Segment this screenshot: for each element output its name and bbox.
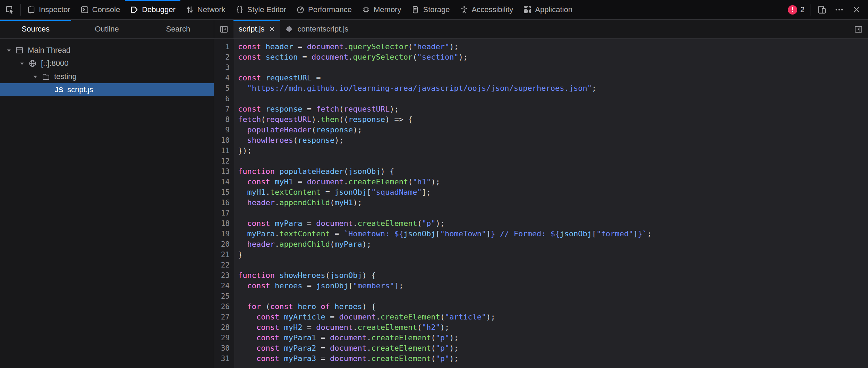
code-line[interactable]: function populateHeader(jsonObj) {	[235, 166, 868, 177]
panel-tab-sources[interactable]: Sources	[0, 20, 71, 38]
line-number[interactable]: 7	[214, 104, 235, 114]
code-line[interactable]: const header = document.querySelector("h…	[235, 42, 868, 52]
line-number[interactable]: 27	[214, 312, 235, 322]
expand-right-panel-button[interactable]	[849, 20, 868, 38]
code-line[interactable]: const section = document.querySelector("…	[235, 52, 868, 62]
code-line[interactable]: fetch(requestURL).then((response) => {	[235, 114, 868, 125]
line-number[interactable]: 11	[214, 146, 235, 156]
code-line[interactable]: const myPara2 = document.createElement("…	[235, 343, 868, 353]
close-devtools-button[interactable]	[851, 4, 862, 16]
code-line[interactable]: "https://mdn.github.io/learning-area/jav…	[235, 83, 868, 94]
source-tab-script-js[interactable]: script.js	[233, 20, 280, 38]
line-number[interactable]: 10	[214, 135, 235, 146]
error-count-badge[interactable]: ! 2	[788, 5, 805, 15]
line-number[interactable]: 21	[214, 249, 235, 260]
code-line[interactable]: function showHeroes(jsonObj) {	[235, 270, 868, 281]
code-line[interactable]	[235, 62, 868, 73]
code-line[interactable]: for (const hero of heroes) {	[235, 301, 868, 312]
code-line[interactable]: }	[235, 249, 868, 260]
line-number[interactable]: 2	[214, 52, 235, 62]
code-line[interactable]: header.appendChild(myH1);	[235, 198, 868, 208]
close-tab-icon[interactable]	[269, 26, 275, 32]
line-number[interactable]: 29	[214, 333, 235, 343]
line-number[interactable]: 18	[214, 218, 235, 229]
line-number[interactable]: 13	[214, 166, 235, 177]
expander-arrow-icon[interactable]	[17, 61, 27, 67]
tab-style-editor[interactable]: Style Editor	[230, 0, 291, 19]
source-tab-contentscript-js[interactable]: contentscript.js	[280, 20, 354, 38]
line-number[interactable]: 5	[214, 83, 235, 94]
line-number[interactable]: 25	[214, 291, 235, 301]
tree-item-Main-Thread[interactable]: Main Thread	[0, 44, 214, 57]
code-line[interactable]: showHeroes(response);	[235, 135, 868, 146]
line-number[interactable]: 30	[214, 343, 235, 353]
line-number[interactable]: 23	[214, 270, 235, 281]
tab-inspector[interactable]: Inspector	[22, 0, 75, 19]
line-number[interactable]: 3	[214, 62, 235, 73]
code-line[interactable]: populateHeader(response);	[235, 125, 868, 135]
code-line[interactable]: const myPara3 = document.createElement("…	[235, 353, 868, 364]
tree-item-8000[interactable]: [::]:8000	[0, 57, 214, 70]
code-line[interactable]: const heroes = jsonObj["members"];	[235, 281, 868, 291]
line-number[interactable]: 28	[214, 322, 235, 333]
line-number[interactable]: 4	[214, 73, 235, 83]
line-number[interactable]: 9	[214, 125, 235, 135]
toolbox-meatball-menu-button[interactable]	[833, 4, 845, 16]
code-line[interactable]: myH1.textContent = jsonObj["squadName"];	[235, 187, 868, 198]
line-number[interactable]: 22	[214, 260, 235, 270]
tree-item-testing[interactable]: testing	[0, 70, 214, 83]
code-line[interactable]: const requestURL =	[235, 73, 868, 83]
tab-network[interactable]: Network	[180, 0, 230, 19]
source-editor[interactable]: 1234567891011121314151617181920212223242…	[214, 39, 868, 368]
code-line[interactable]	[235, 94, 868, 104]
line-number[interactable]: 24	[214, 281, 235, 291]
code-line[interactable]: const myPara = document.createElement("p…	[235, 218, 868, 229]
code-line[interactable]	[235, 156, 868, 166]
line-number[interactable]: 6	[214, 94, 235, 104]
tab-storage[interactable]: Storage	[406, 0, 454, 19]
line-number[interactable]: 14	[214, 177, 235, 187]
panel-tab-outline[interactable]: Outline	[71, 20, 142, 38]
line-number[interactable]: 19	[214, 229, 235, 239]
tab-application[interactable]: Application	[518, 0, 577, 19]
code-line[interactable]	[235, 260, 868, 270]
panel-tab-search[interactable]: Search	[143, 20, 214, 38]
line-number[interactable]: 8	[214, 114, 235, 125]
line-number[interactable]: 20	[214, 239, 235, 249]
code-line[interactable]: });	[235, 146, 868, 156]
tab-label: Debugger	[142, 5, 176, 14]
collapse-sources-panel-button[interactable]	[214, 20, 233, 38]
line-number[interactable]: 26	[214, 301, 235, 312]
tab-accessibility[interactable]: Accessibility	[455, 0, 518, 19]
line-number[interactable]: 15	[214, 187, 235, 198]
expander-arrow-icon[interactable]	[3, 47, 14, 53]
toolbar-separator	[810, 4, 810, 16]
responsive-design-mode-button[interactable]	[816, 4, 828, 16]
tab-memory[interactable]: Memory	[357, 0, 406, 19]
code-line[interactable]: const myH1 = document.createElement("h1"…	[235, 177, 868, 187]
line-number[interactable]: 1	[214, 42, 235, 52]
code-line[interactable]: header.appendChild(myPara);	[235, 239, 868, 249]
line-number[interactable]: 31	[214, 353, 235, 364]
expander-arrow-icon[interactable]	[30, 74, 40, 80]
code-line[interactable]	[235, 291, 868, 301]
source-tab-label: script.js	[239, 25, 265, 34]
tab-label: Network	[197, 5, 225, 14]
line-number[interactable]: 17	[214, 208, 235, 218]
code-line[interactable]	[235, 208, 868, 218]
code-line[interactable]: const myH2 = document.createElement("h2"…	[235, 322, 868, 333]
tree-item-script-js[interactable]: JSscript.js	[0, 83, 214, 96]
line-number[interactable]: 12	[214, 156, 235, 166]
element-picker-button[interactable]	[0, 0, 19, 19]
expand-panel-right-icon	[854, 25, 863, 34]
tab-debugger[interactable]: Debugger	[125, 0, 180, 19]
code-line[interactable]: myPara.textContent = `Hometown: ${jsonOb…	[235, 229, 868, 239]
line-number[interactable]: 16	[214, 198, 235, 208]
code-line[interactable]: const response = fetch(requestURL);	[235, 104, 868, 114]
code-line[interactable]: const myArticle = document.createElement…	[235, 312, 868, 322]
code-line[interactable]: const myPara1 = document.createElement("…	[235, 333, 868, 343]
tab-performance[interactable]: Performance	[291, 0, 357, 19]
tab-console[interactable]: Console	[75, 0, 125, 19]
sources-tree: Main Thread[::]:8000testingJSscript.js	[0, 39, 214, 368]
responsive-design-mode-icon	[817, 5, 827, 15]
